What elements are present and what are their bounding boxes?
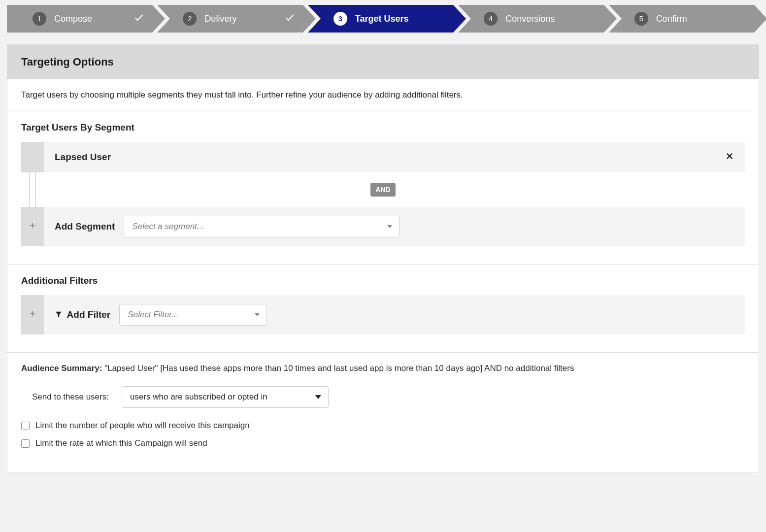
step-number: 1 bbox=[33, 12, 46, 26]
panel-description: Target users by choosing multiple segmen… bbox=[7, 79, 759, 111]
step-target-users[interactable]: 3 Target Users bbox=[308, 5, 453, 33]
audience-summary-text: "Lapsed User" [Has used these apps more … bbox=[104, 364, 574, 373]
segments-block: Target Users By Segment Lapsed User AND … bbox=[7, 111, 759, 265]
step-label: Target Users bbox=[355, 14, 409, 24]
check-icon bbox=[284, 12, 295, 26]
audience-summary-line: Audience Summary: "Lapsed User" [Has use… bbox=[21, 364, 745, 373]
filter-select[interactable]: Select Filter... bbox=[119, 304, 267, 326]
segment-connector: AND bbox=[21, 172, 745, 207]
step-number: 4 bbox=[484, 12, 498, 26]
segment-joiner: AND bbox=[370, 183, 395, 197]
audience-summary-label: Audience Summary: bbox=[21, 364, 102, 373]
segments-heading: Target Users By Segment bbox=[21, 122, 745, 133]
add-segment-label: Add Segment bbox=[55, 221, 115, 232]
funnel-icon bbox=[55, 309, 67, 320]
step-label: Compose bbox=[54, 14, 92, 24]
send-to-value: users who are subscribed or opted in bbox=[130, 392, 267, 402]
segment-select[interactable]: Select a segment... bbox=[124, 216, 400, 237]
checkbox-icon bbox=[21, 422, 30, 430]
limit-people-checkbox[interactable]: Limit the number of people who will rece… bbox=[21, 421, 745, 431]
audience-summary-block: Audience Summary: "Lapsed User" [Has use… bbox=[7, 353, 759, 472]
step-label: Conversions bbox=[505, 14, 555, 24]
send-to-select[interactable]: users who are subscribed or opted in bbox=[122, 386, 329, 408]
step-confirm[interactable]: 5 Confirm bbox=[609, 5, 754, 33]
chevron-down-icon bbox=[387, 225, 392, 228]
add-filter-label: Add Filter bbox=[55, 309, 110, 320]
segment-handle[interactable] bbox=[21, 142, 44, 172]
add-segment-row: Add Segment Select a segment... bbox=[21, 207, 745, 246]
segment-name: Lapsed User bbox=[55, 152, 111, 163]
wizard-stepper: 1 Compose 2 Delivery 3 Target Users 4 Co… bbox=[7, 5, 759, 33]
limit-rate-label: Limit the rate at which this Campaign wi… bbox=[35, 438, 207, 448]
step-number: 2 bbox=[183, 12, 197, 26]
segment-select-placeholder: Select a segment... bbox=[132, 222, 204, 232]
panel-title: Targeting Options bbox=[7, 45, 759, 79]
add-segment-handle[interactable] bbox=[21, 207, 44, 246]
checkbox-icon bbox=[21, 439, 30, 448]
filter-select-placeholder: Select Filter... bbox=[128, 310, 178, 320]
add-filter-row: Add Filter Select Filter... bbox=[21, 295, 745, 334]
step-label: Delivery bbox=[204, 14, 236, 24]
filters-block: Additional Filters Add Filter Select Fil… bbox=[7, 265, 759, 353]
step-conversions[interactable]: 4 Conversions bbox=[458, 5, 603, 33]
step-label: Confirm bbox=[656, 14, 687, 24]
step-compose[interactable]: 1 Compose bbox=[7, 5, 152, 33]
send-to-row: Send to these users: users who are subsc… bbox=[32, 386, 745, 408]
step-number: 5 bbox=[634, 12, 648, 26]
add-filter-handle[interactable] bbox=[21, 295, 44, 334]
plus-icon bbox=[29, 310, 36, 320]
remove-segment-button[interactable] bbox=[725, 151, 734, 164]
send-to-label: Send to these users: bbox=[32, 392, 109, 402]
limit-people-label: Limit the number of people who will rece… bbox=[35, 421, 250, 431]
step-number: 3 bbox=[333, 12, 347, 26]
chevron-down-icon bbox=[315, 395, 321, 399]
filters-heading: Additional Filters bbox=[21, 275, 745, 286]
limit-rate-checkbox[interactable]: Limit the rate at which this Campaign wi… bbox=[21, 438, 745, 448]
check-icon bbox=[133, 12, 144, 26]
plus-icon bbox=[29, 222, 36, 232]
chevron-down-icon bbox=[255, 313, 260, 316]
segment-row: Lapsed User bbox=[21, 142, 745, 172]
targeting-panel: Targeting Options Target users by choosi… bbox=[7, 44, 759, 472]
step-delivery[interactable]: 2 Delivery bbox=[157, 5, 302, 33]
